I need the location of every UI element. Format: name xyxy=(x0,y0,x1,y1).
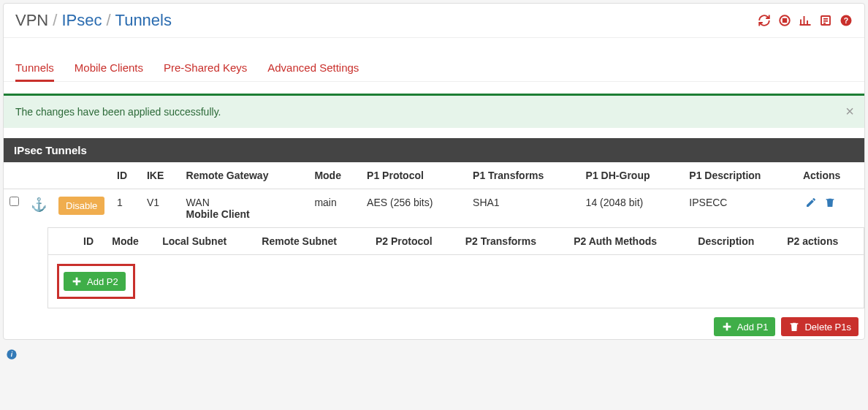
p1-gateway-mobile: Mobile Client xyxy=(186,208,303,220)
header-actions: ? xyxy=(758,14,853,27)
tab-mobile-clients[interactable]: Mobile Clients xyxy=(75,54,143,81)
trash-icon xyxy=(788,321,800,333)
svg-rect-9 xyxy=(73,281,81,283)
refresh-icon[interactable] xyxy=(758,14,771,27)
p1-select-checkbox[interactable] xyxy=(9,197,19,206)
delete-p1s-button[interactable]: Delete P1s xyxy=(781,317,859,336)
p1-col-dh: P1 DH-Group xyxy=(580,162,684,189)
info-icon[interactable]: i xyxy=(6,349,18,363)
p2-col-id: ID xyxy=(77,228,106,255)
tabs: Tunnels Mobile Clients Pre-Shared Keys A… xyxy=(4,54,864,82)
tab-tunnels[interactable]: Tunnels xyxy=(15,54,54,81)
anchor-icon[interactable]: ⚓ xyxy=(31,197,47,212)
alert-message: The changes have been applied successful… xyxy=(15,106,221,118)
p1-col-id: ID xyxy=(111,162,141,189)
p1-gateway-interface: WAN xyxy=(186,197,303,208)
status-icon[interactable] xyxy=(799,14,812,27)
plus-icon xyxy=(71,276,83,287)
delete-p1s-label: Delete P1s xyxy=(804,322,851,333)
breadcrumb-ipsec[interactable]: IPsec xyxy=(61,11,102,30)
add-p1-button[interactable]: Add P1 xyxy=(714,317,776,336)
tab-advanced-settings[interactable]: Advanced Settings xyxy=(267,54,359,81)
p1-table: ID IKE Remote Gateway Mode P1 Protocol P… xyxy=(4,162,864,308)
add-p2-highlight: Add P2 xyxy=(57,264,135,299)
p2-table: ID Mode Local Subnet Remote Subnet P2 Pr… xyxy=(48,228,864,308)
p1-transforms: SHA1 xyxy=(467,189,580,228)
p1-mode: main xyxy=(308,189,361,228)
p2-col-mode: Mode xyxy=(106,228,156,255)
tab-preshared-keys[interactable]: Pre-Shared Keys xyxy=(164,54,247,81)
breadcrumb-vpn: VPN xyxy=(15,11,48,30)
p1-col-mode: Mode xyxy=(308,162,361,189)
p1-col-gateway: Remote Gateway xyxy=(180,162,309,189)
add-p1-label: Add P1 xyxy=(737,322,769,333)
p1-row: ⚓ Disable 1 V1 WAN Mobile Client main AE… xyxy=(4,189,864,228)
help-icon[interactable]: ? xyxy=(840,14,853,27)
plus-icon xyxy=(721,321,733,333)
svg-text:?: ? xyxy=(844,16,848,25)
p2-col-transforms: P2 Transforms xyxy=(460,228,568,255)
p2-col-proto: P2 Protocol xyxy=(370,228,460,255)
close-alert-button[interactable]: × xyxy=(845,103,854,120)
log-icon[interactable] xyxy=(819,14,832,27)
p1-id: 1 xyxy=(111,189,141,228)
section-title: IPsec Tunnels xyxy=(4,138,864,162)
disable-button[interactable]: Disable xyxy=(58,197,104,215)
p2-col-remote: Remote Subnet xyxy=(256,228,370,255)
success-alert: The changes have been applied successful… xyxy=(4,96,864,128)
breadcrumb: VPN / IPsec / Tunnels xyxy=(15,11,172,30)
p1-col-actions: Actions xyxy=(797,162,864,189)
p1-desc: IPSECC xyxy=(683,189,797,228)
svg-rect-1 xyxy=(783,19,787,23)
add-p2-button[interactable]: Add P2 xyxy=(64,272,126,291)
p1-col-ike: IKE xyxy=(141,162,180,189)
stop-service-icon[interactable] xyxy=(778,14,791,27)
svg-rect-11 xyxy=(723,326,731,328)
breadcrumb-tunnels[interactable]: Tunnels xyxy=(115,11,172,30)
breadcrumb-sep: / xyxy=(53,11,57,30)
p1-col-transforms: P1 Transforms xyxy=(467,162,580,189)
p2-col-actions: P2 actions xyxy=(781,228,864,255)
p1-proto: AES (256 bits) xyxy=(361,189,467,228)
p1-dh: 14 (2048 bit) xyxy=(580,189,684,228)
delete-p1-icon[interactable] xyxy=(824,197,836,208)
add-p2-label: Add P2 xyxy=(87,276,118,287)
p2-col-auth: P2 Auth Methods xyxy=(568,228,692,255)
p2-col-desc: Description xyxy=(692,228,781,255)
p2-col-local: Local Subnet xyxy=(156,228,256,255)
edit-p1-icon[interactable] xyxy=(805,197,817,208)
p1-col-proto: P1 Protocol xyxy=(361,162,467,189)
p1-ike: V1 xyxy=(141,189,180,228)
p1-gateway: WAN Mobile Client xyxy=(180,189,309,228)
p1-col-desc: P1 Description xyxy=(683,162,797,189)
footer-buttons: Add P1 Delete P1s xyxy=(4,308,864,339)
breadcrumb-sep: / xyxy=(106,11,110,30)
